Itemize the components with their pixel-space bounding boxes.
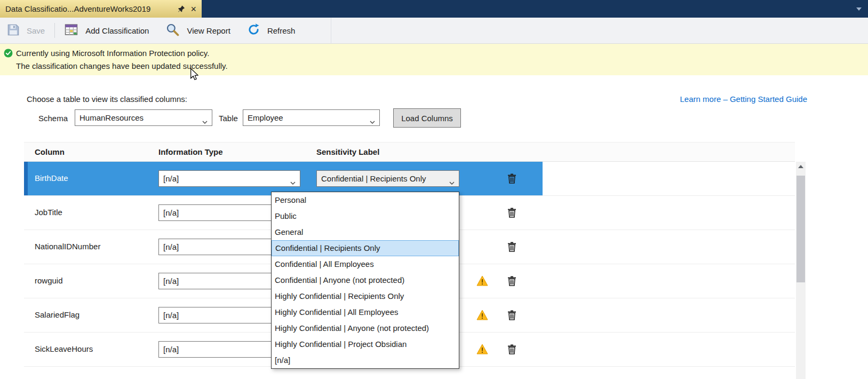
schema-label: Schema bbox=[38, 114, 68, 123]
status-message-bar: Currently using Microsoft Information Pr… bbox=[0, 44, 868, 75]
toolbar-end-separator bbox=[331, 18, 331, 44]
information-type-value: [n/a] bbox=[163, 311, 179, 320]
dropdown-option[interactable]: General bbox=[272, 224, 459, 240]
success-check-icon bbox=[4, 49, 13, 59]
information-type-value: [n/a] bbox=[163, 208, 179, 217]
data-classification-window: Data Classificatio...AdventureWorks2019 … bbox=[0, 0, 868, 379]
save-button[interactable]: Save bbox=[7, 18, 53, 43]
schema-select[interactable]: HumanResources bbox=[75, 109, 212, 126]
pin-icon[interactable] bbox=[178, 5, 185, 13]
table-row[interactable]: BirthDate [n/a] Confidential | Recipient… bbox=[24, 162, 795, 196]
warning-icon bbox=[476, 275, 488, 288]
column-name: NationalIDNumber bbox=[35, 242, 100, 251]
delete-classification-button[interactable] bbox=[508, 208, 516, 219]
magnifier-icon bbox=[166, 23, 179, 38]
save-icon bbox=[7, 24, 19, 37]
sensitivity-label-dropdown-popup: Personal Public General Confidential | R… bbox=[271, 192, 459, 369]
delete-classification-button[interactable] bbox=[508, 242, 516, 254]
status-line-1: Currently using Microsoft Information Pr… bbox=[16, 47, 228, 60]
dropdown-option[interactable]: Highly Confidential | Recipients Only bbox=[272, 288, 459, 304]
dropdown-option[interactable]: Highly Confidential | All Employees bbox=[272, 304, 459, 320]
tab-title: Data Classificatio...AdventureWorks2019 bbox=[5, 4, 173, 13]
information-type-value: [n/a] bbox=[163, 174, 179, 183]
tab-list-dropdown-icon[interactable] bbox=[856, 7, 862, 11]
scrollbar-thumb[interactable] bbox=[797, 176, 805, 282]
dropdown-option[interactable]: Personal bbox=[272, 192, 459, 208]
dropdown-option[interactable]: Highly Confidential | Project Obsidian bbox=[272, 336, 459, 352]
header-sensitivity-label: Sensitivity Label bbox=[316, 147, 379, 156]
column-name: SickLeaveHours bbox=[35, 344, 93, 353]
load-columns-button[interactable]: Load Columns bbox=[393, 108, 461, 128]
dropdown-option[interactable]: Confidential | Anyone (not protected) bbox=[272, 272, 459, 288]
table-label: Table bbox=[219, 114, 238, 123]
dropdown-option[interactable]: Public bbox=[272, 208, 459, 224]
close-icon[interactable]: × bbox=[190, 4, 196, 14]
header-information-type: Information Type bbox=[158, 147, 223, 156]
mouse-cursor bbox=[189, 68, 200, 81]
add-classification-label: Add Classification bbox=[85, 26, 149, 35]
view-report-button[interactable]: View Report bbox=[157, 18, 238, 43]
learn-more-link[interactable]: Learn more – Getting Started Guide bbox=[680, 94, 807, 104]
dropdown-option[interactable]: Confidential | All Employees bbox=[272, 256, 459, 272]
warning-icon bbox=[476, 310, 488, 322]
dropdown-option[interactable]: Highly Confidential | Anyone (not protec… bbox=[272, 320, 459, 336]
delete-classification-button[interactable] bbox=[508, 310, 516, 322]
refresh-label: Refresh bbox=[267, 26, 296, 35]
column-name: SalariedFlag bbox=[35, 310, 79, 319]
table-select-value: Employee bbox=[248, 113, 283, 122]
column-name: BirthDate bbox=[35, 173, 68, 183]
delete-classification-button[interactable] bbox=[508, 276, 516, 288]
column-name: JobTitle bbox=[35, 208, 62, 217]
information-type-value: [n/a] bbox=[163, 242, 179, 251]
toolbar: Save Add Classification bbox=[0, 18, 868, 44]
delete-classification-button[interactable] bbox=[508, 173, 516, 185]
information-type-select[interactable]: [n/a] bbox=[158, 170, 300, 187]
add-classification-button[interactable]: Add Classification bbox=[56, 18, 157, 43]
refresh-button[interactable]: Refresh bbox=[239, 18, 304, 43]
dropdown-option[interactable]: [n/a] bbox=[272, 352, 459, 368]
warning-icon bbox=[476, 344, 488, 356]
information-type-value: [n/a] bbox=[163, 345, 179, 354]
header-column: Column bbox=[35, 147, 65, 156]
chevron-down-icon bbox=[370, 116, 375, 125]
chevron-down-icon bbox=[202, 116, 208, 125]
row-selection-accent bbox=[24, 162, 28, 195]
chevron-down-icon bbox=[290, 177, 296, 186]
document-tab-bar: Data Classificatio...AdventureWorks2019 … bbox=[0, 0, 868, 18]
dropdown-option-highlighted[interactable]: Confidential | Recipients Only bbox=[272, 240, 459, 256]
information-type-value: [n/a] bbox=[163, 277, 179, 286]
refresh-icon bbox=[248, 23, 260, 37]
choose-table-caption: Choose a table to view its classified co… bbox=[27, 94, 187, 104]
vertical-scrollbar[interactable] bbox=[796, 162, 806, 379]
scrollbar-up-arrow[interactable] bbox=[796, 162, 806, 171]
sensitivity-label-value: Confidential | Recipients Only bbox=[321, 174, 426, 183]
save-label: Save bbox=[27, 26, 45, 35]
table-select[interactable]: Employee bbox=[243, 109, 380, 126]
schema-select-value: HumanResources bbox=[79, 113, 144, 122]
delete-classification-button[interactable] bbox=[508, 344, 516, 356]
grid-header-row: Column Information Type Sensitivity Labe… bbox=[24, 142, 795, 162]
tab-data-classification[interactable]: Data Classificatio...AdventureWorks2019 … bbox=[0, 0, 202, 18]
column-name: rowguid bbox=[35, 276, 63, 285]
view-report-label: View Report bbox=[187, 26, 230, 35]
chevron-down-icon bbox=[449, 177, 455, 186]
add-classification-icon bbox=[65, 23, 78, 38]
toolbar-separator bbox=[54, 23, 55, 38]
sensitivity-label-select[interactable]: Confidential | Recipients Only bbox=[316, 170, 459, 187]
